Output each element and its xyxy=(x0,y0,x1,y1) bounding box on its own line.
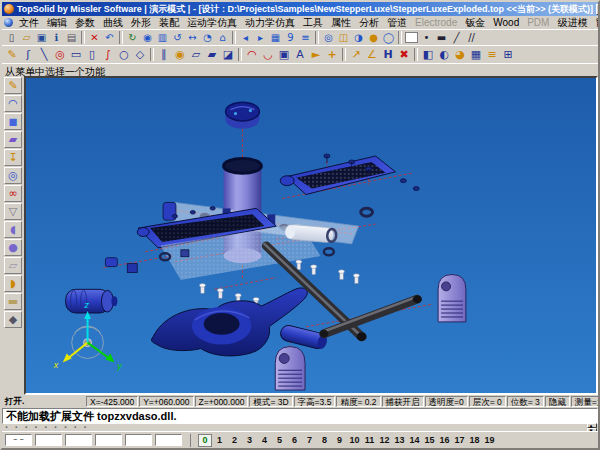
hatch-style-icon[interactable]: // xyxy=(464,31,479,44)
line-style-selector[interactable]: – – xyxy=(5,434,32,446)
angle-dimension-icon[interactable]: ∠ xyxy=(364,47,380,62)
previous-view-icon[interactable]: ◂ xyxy=(238,31,253,44)
attribute-box-2[interactable] xyxy=(35,434,62,446)
layer-tab-15[interactable]: 15 xyxy=(422,435,437,445)
surface-icon[interactable]: ◠ xyxy=(4,95,22,112)
coil-icon[interactable]: ◎ xyxy=(4,167,22,184)
pattern-icon[interactable]: ▦ xyxy=(468,47,484,62)
menu-attributes[interactable]: 属性 xyxy=(327,16,355,30)
status-text-height[interactable]: 字高=3.5 xyxy=(294,396,336,407)
named-view-icon[interactable]: ▦ xyxy=(268,31,283,44)
plane-icon[interactable]: ▱ xyxy=(4,257,22,274)
menu-piping[interactable]: 管道 xyxy=(383,16,411,30)
contour-icon[interactable]: ʃ xyxy=(20,47,36,62)
layer-tab-11[interactable]: 11 xyxy=(362,435,377,445)
status-digits[interactable]: 位数= 3 xyxy=(507,396,544,407)
render-box-icon[interactable]: ◫ xyxy=(336,31,351,44)
flag-icon[interactable]: ► xyxy=(308,47,324,62)
layer-tab-2[interactable]: 2 xyxy=(227,435,242,445)
layer-tab-0[interactable]: 0 xyxy=(198,434,212,447)
layer-tab-16[interactable]: 16 xyxy=(437,435,452,445)
layer-tab-19[interactable]: 19 xyxy=(482,435,497,445)
part-cover-right[interactable] xyxy=(438,275,466,322)
layer-tab-7[interactable]: 7 xyxy=(302,435,317,445)
polygon-icon[interactable]: ◇ xyxy=(132,47,148,62)
frame-icon[interactable]: ▯ xyxy=(84,47,100,62)
profile-beam-icon[interactable]: H xyxy=(380,47,396,62)
status-level[interactable]: 层次= 0 xyxy=(469,396,506,407)
line-width-icon[interactable]: ▬ xyxy=(434,31,449,44)
menu-progressive-die[interactable]: 级进模 xyxy=(553,16,591,30)
part-cap[interactable] xyxy=(226,102,260,129)
part-motor[interactable] xyxy=(66,289,118,313)
pan-view-icon[interactable]: ↔ xyxy=(185,31,200,44)
menu-file[interactable]: 文件 xyxy=(15,16,43,30)
part-cover-front[interactable] xyxy=(275,347,305,390)
color-swatch-icon[interactable] xyxy=(404,31,419,44)
layer-tab-17[interactable]: 17 xyxy=(452,435,467,445)
status-z[interactable]: Z=+000.000 xyxy=(195,396,249,407)
layer-tab-9[interactable]: 9 xyxy=(332,435,347,445)
status-x[interactable]: X=-425.000 xyxy=(86,396,138,407)
layer-tab-1[interactable]: 1 xyxy=(212,435,227,445)
menu-curve[interactable]: 曲线 xyxy=(99,16,127,30)
menu-shape[interactable]: 外形 xyxy=(127,16,155,30)
menu-dynamics[interactable]: 动力学仿真 xyxy=(241,16,299,30)
block-icon[interactable]: ▬ xyxy=(4,293,22,310)
attribute-box-5[interactable] xyxy=(125,434,152,446)
sketch-icon[interactable]: ✎ xyxy=(4,47,20,62)
layer-tab-13[interactable]: 13 xyxy=(392,435,407,445)
layer-tab-10[interactable]: 10 xyxy=(347,435,362,445)
line-width-selector[interactable] xyxy=(65,434,92,446)
wireframe-mode-icon[interactable]: ◯ xyxy=(381,31,396,44)
layer-tab-6[interactable]: 6 xyxy=(287,435,302,445)
annotation-icon[interactable]: A xyxy=(292,47,308,62)
layer-tab-14[interactable]: 14 xyxy=(407,435,422,445)
minimize-button[interactable]: _ xyxy=(596,4,598,15)
new-file-icon[interactable]: ▯ xyxy=(4,31,19,44)
face-sketch-icon[interactable]: ▰ xyxy=(4,131,22,148)
ellipse-icon[interactable]: ○ xyxy=(116,47,132,62)
circle-icon[interactable]: ◎ xyxy=(52,47,68,62)
delete-red-icon[interactable]: ✖ xyxy=(396,47,412,62)
layer-tab-5[interactable]: 5 xyxy=(272,435,287,445)
shaded-solid-icon[interactable]: ◪ xyxy=(220,47,236,62)
status-precision[interactable]: 精度= 0.2 xyxy=(336,396,380,407)
center-point-icon[interactable]: ◉ xyxy=(172,47,188,62)
status-hidden[interactable]: 隐藏 xyxy=(545,396,570,407)
arc-icon[interactable]: ◠ xyxy=(244,47,260,62)
next-view-icon[interactable]: ▸ xyxy=(253,31,268,44)
menu-kinematics[interactable]: 运动学仿真 xyxy=(183,16,241,30)
fillet-icon[interactable]: ◡ xyxy=(260,47,276,62)
print-icon[interactable]: ▤ xyxy=(64,31,79,44)
attribute-box-4[interactable] xyxy=(95,434,122,446)
menu-parameters[interactable]: 参数 xyxy=(71,16,99,30)
sketch-mode-icon[interactable]: ✎ xyxy=(4,77,22,94)
assembly-icon[interactable]: ◆ xyxy=(4,311,22,328)
refresh-view-icon[interactable]: ↻ xyxy=(125,31,140,44)
curve-on-surface-icon[interactable]: ∞ xyxy=(4,185,22,202)
layer-tab-4[interactable]: 4 xyxy=(257,435,272,445)
menu-tools[interactable]: 工具 xyxy=(299,16,327,30)
attribute-box-6[interactable] xyxy=(155,434,182,446)
menu-wood[interactable]: Wood xyxy=(489,17,523,28)
blob-icon[interactable]: ● xyxy=(4,239,22,256)
shell-icon[interactable]: ◖ xyxy=(4,221,22,238)
fit-view-icon[interactable]: ⌂ xyxy=(215,31,230,44)
rotate-view-icon[interactable]: ↺ xyxy=(170,31,185,44)
menu-analysis[interactable]: 分析 xyxy=(355,16,383,30)
spline-icon[interactable]: ∫ xyxy=(100,47,116,62)
magnifier-icon[interactable]: ◎ xyxy=(321,31,336,44)
multi-view-icon[interactable]: ▥ xyxy=(155,31,170,44)
line-icon[interactable]: ╲ xyxy=(36,47,52,62)
status-y[interactable]: Y=+060.000 xyxy=(139,396,193,407)
parallel-icon[interactable]: ∥ xyxy=(156,47,172,62)
zoom-icon[interactable]: ◉ xyxy=(140,31,155,44)
shaded-mode-icon[interactable]: ◑ xyxy=(351,31,366,44)
layer-tab-3[interactable]: 3 xyxy=(242,435,257,445)
point-style-icon[interactable]: • xyxy=(419,31,434,44)
line-style-icon[interactable]: ╱ xyxy=(449,31,464,44)
menu-window[interactable]: 窗口 xyxy=(591,16,600,30)
slot-icon[interactable]: ▱ xyxy=(188,47,204,62)
layer-tab-12[interactable]: 12 xyxy=(377,435,392,445)
